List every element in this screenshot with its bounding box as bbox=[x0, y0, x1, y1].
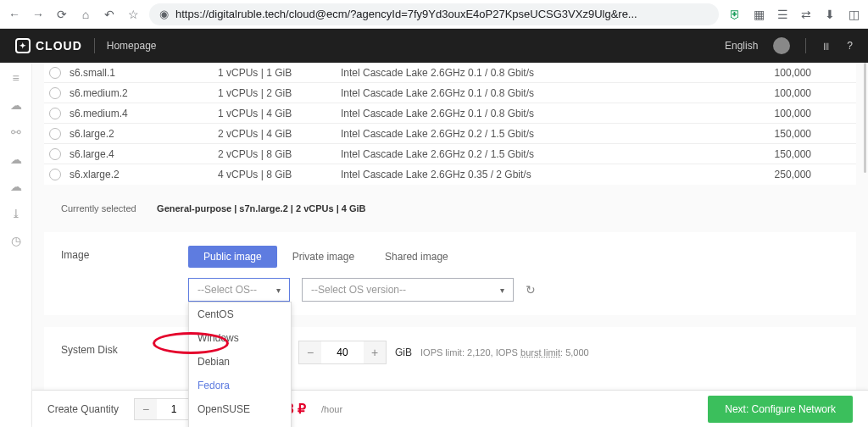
radio-icon[interactable] bbox=[49, 108, 61, 119]
menu-icon[interactable]: ≡ bbox=[12, 71, 19, 85]
os-dropdown: CentOS Windows Debian Fedora OpenSUSE Ub… bbox=[188, 302, 292, 427]
divider bbox=[805, 38, 806, 53]
radio-icon[interactable] bbox=[49, 169, 61, 180]
cloud-icon[interactable]: ☁ bbox=[10, 98, 22, 112]
step-minus[interactable]: − bbox=[135, 399, 157, 419]
table-row[interactable]: s6.medium.41 vCPUs | 4 GiBIntel Cascade … bbox=[44, 103, 856, 124]
main-content: s6.small.11 vCPUs | 1 GiBIntel Cascade L… bbox=[32, 63, 868, 427]
section-label: Image bbox=[61, 246, 137, 302]
list-icon[interactable]: ☰ bbox=[775, 8, 790, 21]
cloud2-icon[interactable]: ☁ bbox=[10, 152, 22, 166]
disk-unit: GiB bbox=[395, 347, 412, 358]
tab-shared-image[interactable]: Shared image bbox=[370, 246, 464, 268]
homepage-link[interactable]: Homepage bbox=[107, 40, 157, 52]
brand-logo[interactable]: ✦ CLOUD bbox=[15, 38, 82, 53]
clock-icon[interactable]: ◷ bbox=[11, 234, 21, 247]
language-switch[interactable]: English bbox=[725, 40, 758, 52]
download2-icon[interactable]: ⤓ bbox=[11, 207, 21, 220]
os-option-ubuntu[interactable]: Ubuntu bbox=[189, 421, 291, 427]
help-icon[interactable]: ? bbox=[847, 40, 853, 52]
selected-label: Currently selected bbox=[61, 203, 136, 214]
table-row[interactable]: s6.large.22 vCPUs | 4 GiBIntel Cascade L… bbox=[44, 124, 856, 144]
os-option-opensuse[interactable]: OpenSUSE bbox=[189, 397, 291, 421]
apps-icon[interactable]: ▦ bbox=[751, 8, 766, 21]
avatar[interactable] bbox=[773, 37, 790, 54]
table-row[interactable]: s6.medium.21 vCPUs | 2 GiBIntel Cascade … bbox=[44, 83, 856, 103]
panel-icon[interactable]: ◫ bbox=[846, 8, 861, 21]
os-select[interactable]: --Select OS-- ▾ CentOS Windows Debian Fe… bbox=[188, 278, 290, 302]
radio-icon[interactable] bbox=[49, 148, 61, 160]
home-icon[interactable]: ⌂ bbox=[78, 8, 93, 21]
table-row[interactable]: s6.xlarge.24 vCPUs | 8 GiBIntel Cascade … bbox=[44, 164, 856, 185]
logo-icon: ✦ bbox=[15, 38, 31, 53]
cloud3-icon[interactable]: ☁ bbox=[10, 180, 22, 193]
globe-icon: ◉ bbox=[159, 8, 169, 20]
divider bbox=[94, 38, 95, 53]
url-bar[interactable]: ◉ https://digitalruble.tech/cloud@ecm/?a… bbox=[149, 3, 719, 25]
os-option-fedora[interactable]: Fedora bbox=[189, 374, 291, 397]
users-icon[interactable]: ⚯ bbox=[11, 125, 21, 139]
footer-bar: Create Quantity − + Price 2.08 ₽ /hour N… bbox=[32, 390, 868, 427]
scrollbar-indicator[interactable] bbox=[864, 63, 866, 173]
reload-icon[interactable]: ⟳ bbox=[54, 8, 70, 21]
section-image: Image Public image Private image Shared … bbox=[44, 232, 856, 315]
undo-icon[interactable]: ↶ bbox=[102, 8, 117, 21]
iops-info: IOPS limit: 2,120, IOPS burst limit: 5,0… bbox=[420, 347, 589, 358]
chevron-down-icon: ▾ bbox=[276, 286, 281, 295]
os-option-centos[interactable]: CentOS bbox=[189, 302, 291, 326]
next-button[interactable]: Next: Configure Network bbox=[708, 396, 853, 423]
refresh-icon[interactable]: ↻ bbox=[526, 283, 536, 297]
tab-public-image[interactable]: Public image bbox=[188, 246, 277, 268]
step-plus[interactable]: + bbox=[364, 341, 386, 363]
ver-placeholder: --Select OS version-- bbox=[311, 284, 406, 296]
step-minus[interactable]: − bbox=[299, 341, 321, 363]
side-nav: ≡ ☁ ⚯ ☁ ☁ ⤓ ◷ bbox=[0, 63, 32, 427]
price-unit: /hour bbox=[321, 404, 342, 414]
back-icon[interactable]: ← bbox=[7, 8, 22, 21]
os-placeholder: --Select OS-- bbox=[198, 284, 257, 296]
app-header: ✦ CLOUD Homepage English ⫼ ? bbox=[0, 29, 868, 63]
os-option-windows[interactable]: Windows bbox=[189, 326, 291, 350]
forward-icon[interactable]: → bbox=[31, 8, 46, 21]
chevron-down-icon: ▾ bbox=[500, 286, 504, 295]
radio-icon[interactable] bbox=[49, 87, 61, 99]
os-version-select[interactable]: --Select OS version-- ▾ bbox=[302, 278, 514, 302]
table-row[interactable]: s6.small.11 vCPUs | 1 GiBIntel Cascade L… bbox=[44, 63, 856, 83]
stats-icon[interactable]: ⫼ bbox=[821, 40, 832, 52]
radio-icon[interactable] bbox=[49, 67, 61, 79]
download-icon[interactable]: ⬇ bbox=[822, 8, 837, 21]
os-option-debian[interactable]: Debian bbox=[189, 350, 291, 374]
browser-toolbar: ← → ⟳ ⌂ ↶ ☆ ◉ https://digitalruble.tech/… bbox=[0, 0, 868, 29]
disk-size-input[interactable] bbox=[321, 341, 364, 363]
shield-icon[interactable]: ⛨ bbox=[727, 8, 743, 21]
qty-label: Create Quantity bbox=[47, 403, 119, 415]
table-row[interactable]: s6.large.42 vCPUs | 8 GiBIntel Cascade L… bbox=[44, 144, 856, 164]
currently-selected: Currently selected General-purpose | s7n… bbox=[44, 197, 856, 220]
shuffle-icon[interactable]: ⇄ bbox=[798, 8, 814, 21]
image-tabs: Public image Private image Shared image bbox=[188, 246, 839, 268]
qty-input[interactable] bbox=[157, 399, 191, 419]
flavor-table: s6.small.11 vCPUs | 1 GiBIntel Cascade L… bbox=[44, 63, 856, 185]
radio-icon[interactable] bbox=[49, 128, 61, 140]
brand-text: CLOUD bbox=[36, 39, 82, 53]
star-icon[interactable]: ☆ bbox=[125, 8, 141, 21]
disk-size-stepper: − + bbox=[298, 341, 387, 364]
url-text: https://digitalruble.tech/cloud@ecm/?age… bbox=[175, 8, 637, 20]
tab-private-image[interactable]: Private image bbox=[277, 246, 370, 268]
selected-value: General-purpose | s7n.large.2 | 2 vCPUs … bbox=[157, 203, 365, 214]
